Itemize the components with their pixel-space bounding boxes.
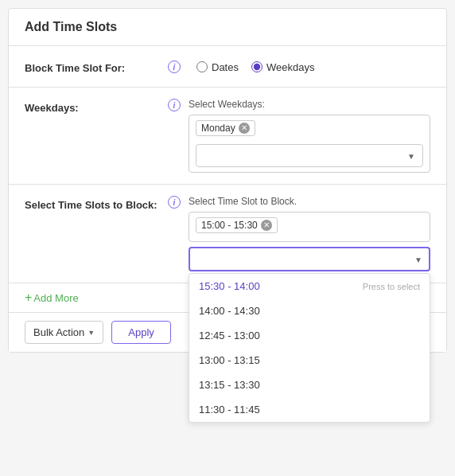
radio-weekdays[interactable]: Weekdays [251,61,314,73]
info-icon[interactable]: i [168,60,181,73]
dropdown-item-5[interactable]: 11:30 - 11:45 [189,397,430,422]
weekdays-label[interactable]: Weekdays [266,61,314,73]
weekday-select-wrapper[interactable]: Monday Tuesday Wednesday Thursday Friday… [196,144,423,167]
apply-label: Apply [128,326,154,338]
dropdown-item-2[interactable]: 12:45 - 13:00 [189,323,430,348]
timeslot-tag-label: 15:00 - 15:30 [201,220,258,231]
dropdown-item-1[interactable]: 14:00 - 14:30 [189,298,430,323]
monday-tag-remove[interactable]: ✕ [239,123,250,134]
timeslot-search-input[interactable] [189,247,430,271]
bulk-action-button[interactable]: Bulk Action ▼ [25,321,103,344]
timeslot-section: Select Time Slots to Block: i Select Tim… [9,185,446,283]
timeslot-controls: i Select Time Slot to Block. 15:00 - 15:… [168,196,430,271]
dropdown-item-0[interactable]: 15:30 - 14:00 Press to select [189,274,430,298]
timeslot-row: Select Time Slots to Block: i Select Tim… [25,196,430,271]
timeslot-dropdown-list: 15:30 - 14:00 Press to select 14:00 - 14… [189,273,430,423]
timeslot-form-label: Select Time Slots to Block: [25,196,168,211]
add-more-plus-icon: + [25,291,32,304]
block-timeslot-row: Block Time Slot For: i Dates Weekdays [25,59,430,74]
apply-button[interactable]: Apply [111,321,171,344]
timeslot-tag-area[interactable]: 15:00 - 15:30 ✕ [189,212,430,242]
weekdays-tag-area[interactable]: Monday ✕ Monday Tuesday Wednesday Thursd… [189,115,430,173]
dropdown-item-4-label: 13:15 - 13:30 [199,379,260,391]
weekdays-section: Weekdays: i Select Weekdays: Monday ✕ [9,88,446,185]
radio-dates[interactable]: Dates [196,61,239,73]
weekday-select[interactable]: Monday Tuesday Wednesday Thursday Friday… [196,144,423,167]
monday-tag: Monday ✕ [196,120,255,136]
dropdown-item-0-hint: Press to select [363,282,420,291]
dropdown-item-2-label: 12:45 - 13:00 [199,330,260,341]
timeslot-tag: 15:00 - 15:30 ✕ [196,217,278,233]
select-timeslot-label: Select Time Slot to Block. [189,196,430,207]
bulk-action-label: Bulk Action [33,326,84,338]
dropdown-item-5-label: 11:30 - 11:45 [199,404,260,416]
dropdown-item-1-label: 14:00 - 14:30 [199,305,260,317]
monday-tag-label: Monday [201,123,235,134]
timeslot-dropdown-container: ▼ 15:30 - 14:00 Press to select 14:00 - … [189,242,430,271]
weekdays-info-icon[interactable]: i [168,99,181,111]
radio-group: i Dates Weekdays [168,59,430,73]
dropdown-item-0-label: 15:30 - 14:00 [199,280,260,292]
weekdays-row: Weekdays: i Select Weekdays: Monday ✕ [25,99,430,173]
dates-radio[interactable] [196,61,208,72]
page-title: Add Time Slots [25,20,430,34]
dropdown-item-3-label: 13:00 - 13:15 [199,354,260,366]
select-weekdays-label: Select Weekdays: [189,99,430,110]
add-more-link[interactable]: + Add More [25,291,79,304]
block-timeslot-section: Block Time Slot For: i Dates Weekdays [9,46,446,88]
add-time-slots-container: Add Time Slots Block Time Slot For: i Da… [8,8,447,353]
bulk-action-dropdown-arrow-icon: ▼ [88,329,95,337]
dropdown-item-3[interactable]: 13:00 - 13:15 [189,348,430,373]
section-header: Add Time Slots [9,9,446,46]
weekdays-radio[interactable] [251,61,262,72]
timeslot-tag-remove[interactable]: ✕ [261,220,272,231]
block-timeslot-controls: i Dates Weekdays [168,59,430,73]
timeslot-info-icon[interactable]: i [168,196,181,209]
weekdays-controls: i Select Weekdays: Monday ✕ Monda [168,99,430,173]
dates-label[interactable]: Dates [212,61,239,73]
block-timeslot-label: Block Time Slot For: [25,59,168,74]
weekdays-form-label: Weekdays: [25,99,168,114]
add-more-label: Add More [33,292,78,304]
dropdown-item-4[interactable]: 13:15 - 13:30 [189,373,430,397]
